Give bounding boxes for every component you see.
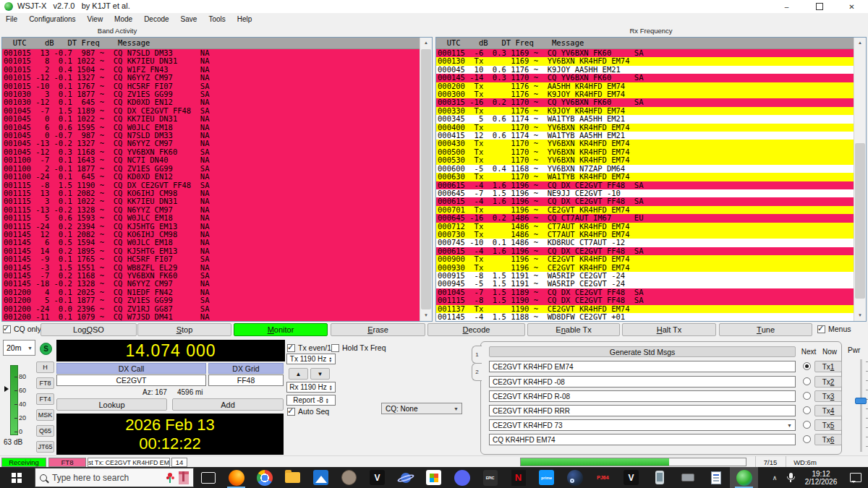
auto-seq-checkbox[interactable]: Auto Seq <box>287 407 329 416</box>
keyboard-app[interactable] <box>673 467 702 488</box>
next-radio-6[interactable] <box>803 435 811 443</box>
enable-tx-button[interactable]: Enable Tx <box>527 323 620 336</box>
scroll-thumb[interactable] <box>855 143 865 299</box>
monitor-button[interactable]: Monitor <box>234 323 328 336</box>
pwr-slider-track[interactable] <box>860 359 862 452</box>
menu-view[interactable]: View <box>82 15 109 23</box>
lookup-button[interactable]: Lookup <box>56 398 167 411</box>
microphone-icon[interactable] <box>783 473 799 482</box>
menu-file[interactable]: File <box>0 15 23 23</box>
report-spinner[interactable]: Report -8 ▲▼ <box>286 395 336 406</box>
prime-video-app[interactable]: prime <box>532 467 561 488</box>
decode-row[interactable]: 000615 -4 1.6 1196 ~ CQ DX CE2GVT FF48 S… <box>436 197 854 205</box>
tray-chevron-icon[interactable]: ∧ <box>767 474 783 481</box>
phone-app[interactable] <box>645 467 673 488</box>
mode-jt65-button[interactable]: JT65 <box>36 441 54 453</box>
decode-row[interactable]: 000645 -16 0.2 1486 ~ CQ CT7AUT IM67 EU <box>436 214 854 222</box>
documents-app[interactable] <box>702 467 730 488</box>
tune-button[interactable]: Tune <box>719 323 812 336</box>
generate-std-msgs-button[interactable]: Generate Std Msgs <box>489 346 796 357</box>
menu-tools[interactable]: Tools <box>203 15 231 23</box>
band-select[interactable]: 20m ▼ <box>3 340 35 356</box>
mode-ft4-button[interactable]: FT4 <box>36 393 54 405</box>
next-radio-5[interactable] <box>803 421 811 429</box>
decode-row[interactable]: 000900 Tx 1196 ~ CE2GVT KR4HFD EM74 <box>436 255 854 263</box>
ms-store-app[interactable] <box>420 467 448 488</box>
file-explorer-app[interactable] <box>278 467 307 488</box>
tab-1[interactable]: 1 <box>472 346 482 364</box>
task-view-app[interactable] <box>194 467 222 488</box>
tx-4-button[interactable]: Tx 4 <box>814 405 842 416</box>
decode-row[interactable]: 001115 5 0.6 1593 ~ CQ W0JLC EM18 NA <box>2 214 420 222</box>
menu-configurations[interactable]: Configurations <box>23 15 81 23</box>
decode-button[interactable]: Decode <box>427 323 525 336</box>
netflix-app[interactable]: N <box>504 467 532 488</box>
next-radio-2[interactable] <box>803 377 811 385</box>
stop-button[interactable]: Stop <box>137 323 231 336</box>
cq-select[interactable]: CQ: None ▼ <box>381 403 462 414</box>
spinner-arrows-icon[interactable]: ▲▼ <box>329 385 333 390</box>
halt-tx-button[interactable]: Halt Tx <box>622 323 716 336</box>
tx-1-button[interactable]: Tx 1 <box>814 361 842 372</box>
minimize-button[interactable]: – <box>770 0 803 13</box>
action-center-icon[interactable] <box>843 473 868 482</box>
log-qso-button[interactable]: Log QSO <box>41 323 137 336</box>
menu-mode[interactable]: Mode <box>109 15 138 23</box>
planet-app[interactable] <box>391 467 420 488</box>
steam-app[interactable] <box>561 467 589 488</box>
tx-message-field-4[interactable]: CE2GVT KR4HFD RRR <box>489 405 796 416</box>
chrome-app[interactable] <box>250 467 278 488</box>
mode-q65-button[interactable]: Q65 <box>36 425 54 437</box>
photos-app[interactable] <box>307 467 335 488</box>
add-button[interactable]: Add <box>172 398 284 411</box>
vortex-2-app[interactable]: V <box>617 467 645 488</box>
scroll-up-icon[interactable]: ▲ <box>420 38 432 48</box>
tx-message-field-5[interactable]: CE2GVT KR4HFD 73▼ <box>489 419 796 431</box>
tx-even-checkbox[interactable]: Tx even/1st <box>287 343 337 352</box>
mode-msk-button[interactable]: MSK <box>36 409 54 421</box>
spinner-arrows-icon[interactable]: ▲▼ <box>326 398 329 403</box>
frequency-display[interactable]: 14.074 000 <box>56 340 285 361</box>
spinner-arrows-icon[interactable]: ▲▼ <box>328 356 332 362</box>
wsjtx-app[interactable] <box>730 467 758 488</box>
rx-offset-spinner[interactable]: Rx 1190 Hz ▲▼ <box>286 382 336 393</box>
tx-offset-spinner[interactable]: Tx 1190 Hz ▲▼ <box>286 354 336 364</box>
freq-up-button[interactable]: ▲ <box>289 368 308 380</box>
tx-2-button[interactable]: Tx 2 <box>814 376 842 388</box>
scroll-thumb[interactable] <box>421 49 431 309</box>
band-activity-scrollbar[interactable]: ▲ ▼ <box>420 38 432 321</box>
firefox-app[interactable] <box>222 467 250 488</box>
discord-app[interactable] <box>448 467 476 488</box>
next-radio-1[interactable] <box>803 362 811 370</box>
decode-row[interactable]: 001100 -24 0.1 645 ~ CQ KD0XD EN12 NA <box>2 173 420 181</box>
decode-row[interactable]: 001045 0 0.1 1022 ~ CQ KK7IEU DN31 NA <box>2 115 420 123</box>
tx-message-field-3[interactable]: CE2GVT KR4HFD R-08 <box>489 390 796 402</box>
decode-row[interactable]: 001200 5 -0.1 1877 ~ CQ ZV1ES GG99 SA <box>2 296 420 304</box>
tx-message-field-2[interactable]: CE2GVT KR4HFD -08 <box>489 376 796 388</box>
tray-clock[interactable]: 19:12 2/12/2026 <box>799 470 843 486</box>
freq-down-button[interactable]: ▼ <box>310 368 330 380</box>
start-button[interactable] <box>0 467 33 488</box>
tx-5-button[interactable]: Tx 5 <box>814 419 842 431</box>
dx-grid-input[interactable]: FF48 <box>208 374 284 386</box>
scroll-down-icon[interactable]: ▼ <box>854 310 866 321</box>
scroll-down-icon[interactable]: ▼ <box>420 310 432 321</box>
decode-row[interactable]: 000530 Tx 1170 ~ YV6BXN KR4HFD EM74 <box>436 156 854 164</box>
cq-only-checkbox[interactable]: CQ only <box>3 325 41 333</box>
decode-row[interactable]: 000345 5 0.6 1174 ~ WA1TYB AA5HH EM21 <box>436 115 854 123</box>
decode-row[interactable]: 000145 -14 0.3 1170 ~ CQ YV6BXN FK60 SA <box>436 74 854 82</box>
decode-row[interactable]: 001145 -9 0.1 1765 ~ CQ HC5RF FI07 SA <box>2 255 420 263</box>
decode-row[interactable]: 000630 Tx 1170 ~ WA1TYB KR4HFD EM74 <box>436 173 854 181</box>
decode-row[interactable]: 001115 3 0.1 1022 ~ CQ KK7IEU DN31 NA <box>2 197 420 205</box>
project64-app[interactable]: PJ64 <box>589 467 617 488</box>
hold-tx-freq-checkbox[interactable]: Hold Tx Freq <box>331 343 386 352</box>
tab-2[interactable]: 2 <box>472 363 482 381</box>
tx-message-field-1[interactable]: CE2GVT KR4HFD EM74 <box>489 361 796 372</box>
mode-h-button[interactable]: H <box>36 361 54 373</box>
tx-3-button[interactable]: Tx 3 <box>814 390 842 402</box>
mode-ft8-button[interactable]: FT8 <box>36 377 54 389</box>
decode-row[interactable]: 001200 -11 0.1 1079 ~ CQ W7JSD DM41 NA <box>2 313 420 321</box>
maximize-button[interactable] <box>803 0 835 13</box>
tx-6-button[interactable]: Tx 6 <box>814 434 842 445</box>
decode-row[interactable]: 001115 -8 1.5 1190 ~ CQ DX CE2GVT FF48 S… <box>436 296 854 304</box>
